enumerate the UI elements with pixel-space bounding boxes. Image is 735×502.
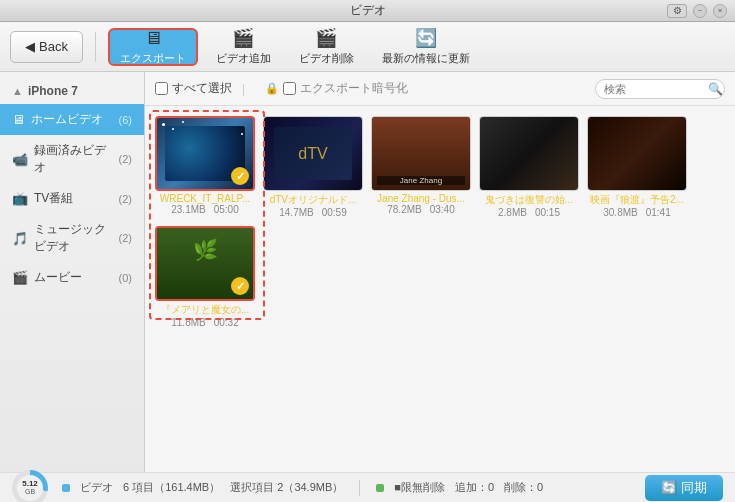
- select-all-checkbox[interactable]: すべて選択: [155, 80, 232, 97]
- encrypt-label: エクスポート暗号化: [300, 80, 408, 97]
- video-item[interactable]: Jane Zhang Jane Zhang - Dus... 78.2MB 03…: [371, 116, 471, 218]
- selection-details: 選択項目 2（34.9MB）: [230, 480, 343, 495]
- tv-label: TV番組: [34, 190, 113, 207]
- search-icon[interactable]: 🔍: [708, 82, 723, 96]
- update-label: 最新の情報に更新: [382, 51, 470, 66]
- tv-icon: 📺: [12, 191, 28, 206]
- video-thumbnail: [587, 116, 687, 191]
- sync-icon: 🔄: [661, 480, 677, 495]
- lock-icon: 🔒: [265, 82, 279, 95]
- video-duration: 00:32: [214, 317, 239, 328]
- window-title: ビデオ: [350, 2, 386, 19]
- video-thumbnail: dTV: [263, 116, 363, 191]
- title-bar: ビデオ ⚙ － ×: [0, 0, 735, 22]
- encrypt-checkbox[interactable]: 🔒 エクスポート暗号化: [265, 80, 408, 97]
- music-video-label: ミュージックビデオ: [34, 221, 113, 255]
- search-box: 🔍: [595, 79, 725, 99]
- sync-label: 同期: [681, 479, 707, 497]
- sidebar-item-home-video[interactable]: 🖥 ホームビデオ (6): [0, 104, 144, 135]
- video-size: 14.7MB: [279, 207, 313, 218]
- sidebar-item-recorded[interactable]: 📹 録画済みビデオ (2): [0, 135, 144, 183]
- video-size: 11.8MB: [171, 317, 205, 328]
- video-size: 23.1MB: [171, 204, 205, 215]
- video-item[interactable]: dTV dTVオリジナルド... 14.7MB 00:59: [263, 116, 363, 218]
- close-button[interactable]: ×: [713, 4, 727, 18]
- select-all-label: すべて選択: [172, 80, 232, 97]
- device-name: iPhone 7: [28, 84, 78, 98]
- export-button[interactable]: 🖥 エクスポート: [108, 28, 198, 66]
- encrypt-input[interactable]: [283, 82, 296, 95]
- add-video-button[interactable]: 🎬 ビデオ追加: [206, 28, 281, 66]
- sidebar: ▲ iPhone 7 🖥 ホームビデオ (6) 📹 録画済みビデオ (2) 📺 …: [0, 72, 145, 472]
- video-size: 2.8MB: [498, 207, 527, 218]
- main-content: ▲ iPhone 7 🖥 ホームビデオ (6) 📹 録画済みビデオ (2) 📺 …: [0, 72, 735, 472]
- select-all-input[interactable]: [155, 82, 168, 95]
- storage-circle: 5.12 GB: [12, 470, 48, 503]
- sidebar-item-movie[interactable]: 🎬 ムービー (0): [0, 262, 144, 293]
- storage-unit: GB: [25, 488, 35, 495]
- home-video-label: ホームビデオ: [31, 111, 113, 128]
- sub-toolbar: すべて選択 | 🔒 エクスポート暗号化 🔍: [145, 72, 735, 106]
- export-icon: 🖥: [144, 28, 162, 49]
- recorded-icon: 📹: [12, 152, 28, 167]
- movie-label: ムービー: [34, 269, 113, 286]
- storage-num: 5.12: [22, 480, 38, 488]
- sync-button[interactable]: 🔄 同期: [645, 475, 723, 501]
- toolbar-separator-1: [95, 32, 96, 62]
- home-video-count: (6): [119, 114, 132, 126]
- video-meta: 14.7MB 00:59: [279, 207, 347, 218]
- movie-count: (0): [119, 272, 132, 284]
- video-item[interactable]: ✓ WRECK_IT_RALP... 23.1MB 05:00: [155, 116, 255, 218]
- sidebar-item-music-video[interactable]: 🎵 ミュージックビデオ (2): [0, 214, 144, 262]
- video-title: 鬼づきは復讐の始...: [485, 193, 573, 207]
- delete-dot: [376, 484, 384, 492]
- video-thumbnail: 🌿 ✓: [155, 226, 255, 301]
- video-status-label: ビデオ: [80, 480, 113, 495]
- minimize-button[interactable]: －: [693, 4, 707, 18]
- video-title: 『メアリと魔女の...: [161, 303, 249, 317]
- delete-video-button[interactable]: 🎬 ビデオ削除: [289, 28, 364, 66]
- update-icon: 🔄: [415, 27, 437, 49]
- search-input[interactable]: [604, 83, 704, 95]
- video-thumbnail: [479, 116, 579, 191]
- recorded-label: 録画済みビデオ: [34, 142, 113, 176]
- video-thumbnail: Jane Zhang: [371, 116, 471, 191]
- storage-inner: 5.12 GB: [17, 475, 43, 501]
- video-meta: 11.8MB 00:32: [171, 317, 239, 328]
- video-details-1: 6 項目（161.4MB）: [123, 480, 220, 495]
- video-title: 映画『狼渡』予告2...: [590, 193, 684, 207]
- check-badge: ✓: [231, 167, 249, 185]
- home-video-icon: 🖥: [12, 112, 25, 127]
- window-controls: ⚙ － ×: [667, 4, 727, 18]
- video-item[interactable]: 🌿 ✓ 『メアリと魔女の... 11.8MB 00:32: [155, 226, 255, 328]
- delete-count: 削除：0: [504, 480, 543, 495]
- sidebar-item-tv[interactable]: 📺 TV番組 (2): [0, 183, 144, 214]
- video-thumbnail: ✓: [155, 116, 255, 191]
- gear-button[interactable]: ⚙: [667, 4, 687, 18]
- video-duration: 01:41: [646, 207, 671, 218]
- update-button[interactable]: 🔄 最新の情報に更新: [372, 28, 480, 66]
- video-grid: ✓ WRECK_IT_RALP... 23.1MB 05:00 dTV dTVオ…: [145, 106, 735, 472]
- export-label: エクスポート: [120, 51, 186, 66]
- video-duration: 03:40: [430, 204, 455, 215]
- main-toolbar: ◀ Back 🖥 エクスポート 🎬 ビデオ追加 🎬 ビデオ削除 🔄 最新の情報に…: [0, 22, 735, 72]
- device-header: ▲ iPhone 7: [0, 78, 144, 104]
- video-item[interactable]: 映画『狼渡』予告2... 30.8MB 01:41: [587, 116, 687, 218]
- back-icon: ◀: [25, 39, 35, 54]
- music-video-icon: 🎵: [12, 231, 28, 246]
- video-meta: 30.8MB 01:41: [603, 207, 671, 218]
- video-meta: 78.2MB 03:40: [387, 204, 455, 215]
- delete-label: ■限無削除: [394, 480, 445, 495]
- video-duration: 00:59: [322, 207, 347, 218]
- status-bar: 5.12 GB ビデオ 6 項目（161.4MB） 選択項目 2（34.9MB）…: [0, 472, 735, 502]
- back-button[interactable]: ◀ Back: [10, 31, 83, 63]
- add-count: 追加：0: [455, 480, 494, 495]
- add-video-label: ビデオ追加: [216, 51, 271, 66]
- recorded-count: (2): [119, 153, 132, 165]
- video-dot: [62, 484, 70, 492]
- video-meta: 23.1MB 05:00: [171, 204, 239, 215]
- video-size: 78.2MB: [387, 204, 421, 215]
- status-divider: [359, 480, 360, 496]
- delete-video-label: ビデオ削除: [299, 51, 354, 66]
- video-item[interactable]: 鬼づきは復讐の始... 2.8MB 00:15: [479, 116, 579, 218]
